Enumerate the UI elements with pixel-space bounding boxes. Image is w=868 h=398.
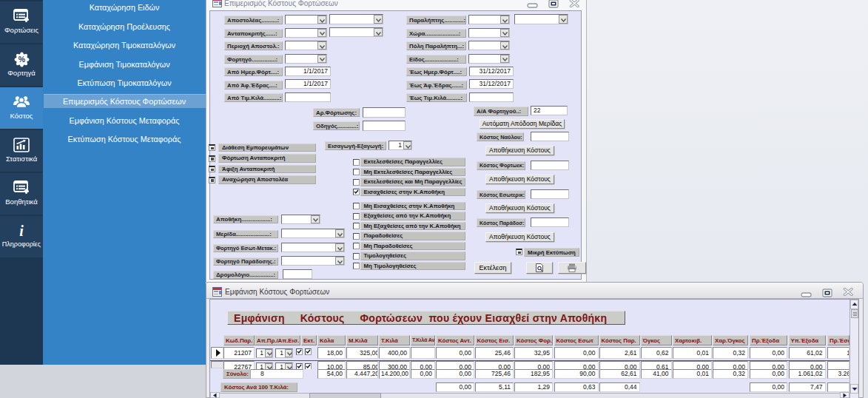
svg-text:%: % (18, 55, 26, 64)
svg-text:i: i (19, 223, 24, 239)
